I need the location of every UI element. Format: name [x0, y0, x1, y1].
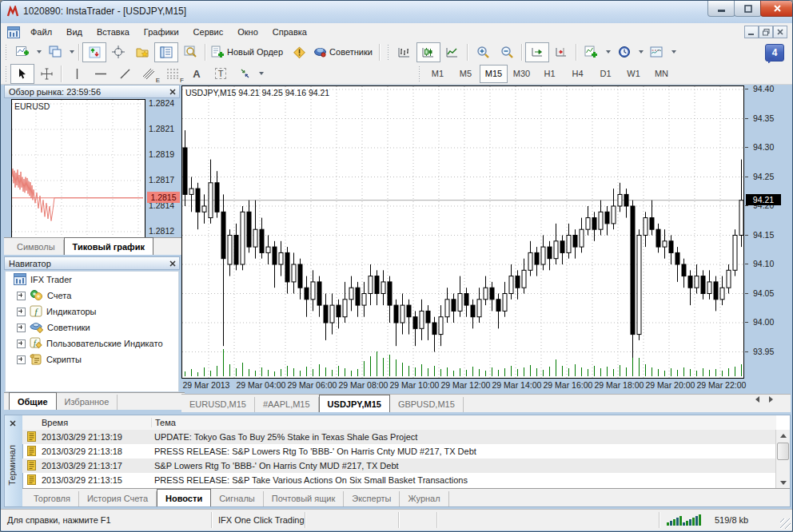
column-subject[interactable]: Тема [152, 418, 176, 427]
market-watch-tab[interactable]: Символы [9, 240, 64, 255]
tree-expander-icon[interactable] [17, 292, 26, 300]
cursor-tool-button[interactable] [10, 64, 34, 84]
terminal-tab-торговля[interactable]: Торговля [26, 491, 79, 506]
period-button-mn[interactable]: MN [648, 65, 675, 83]
terminal-tab-журнал[interactable]: Журнал [400, 491, 448, 506]
tree-expander-icon[interactable] [17, 308, 26, 316]
news-row[interactable]: 2013/03/29 21:13:17S&P Lowers Rtg To 'BB… [22, 459, 776, 473]
periods-clock-button[interactable] [612, 42, 636, 62]
navigator-tab[interactable]: Общие [9, 392, 57, 410]
news-row[interactable]: 2013/03/29 21:13:18PRESS RELEASE: S&P Lo… [22, 444, 776, 459]
menu-item-insert[interactable]: Вставка [90, 23, 137, 41]
menu-item-help[interactable]: Справка [265, 23, 314, 41]
mdi-restore-button[interactable] [759, 26, 773, 38]
scroll-up-icon[interactable] [777, 430, 789, 442]
tree-expander-icon[interactable] [17, 324, 26, 332]
auto-scroll-button[interactable] [525, 42, 549, 62]
chart-tab-usdjpym15[interactable]: USDJPY,M15 [319, 395, 390, 412]
toolbar-grip[interactable] [5, 66, 7, 81]
one-click-trading-label[interactable]: IFX One Click Trading [218, 510, 305, 530]
horizontal-line-tool-button[interactable] [89, 64, 113, 84]
line-chart-button[interactable] [440, 42, 464, 62]
new-order-button[interactable]: Новый Ордер [209, 42, 287, 62]
period-button-d1[interactable]: D1 [592, 65, 620, 83]
profiles-button[interactable] [43, 42, 67, 62]
title-bar[interactable]: 1020890: InstaTrader - [USDJPY,M15] [1, 1, 792, 23]
period-button-m1[interactable]: M1 [424, 65, 452, 83]
close-button[interactable] [760, 1, 793, 17]
new-chart-dropdown[interactable] [34, 43, 43, 62]
toolbar-grip[interactable] [387, 44, 389, 60]
chart-shift-button[interactable] [549, 42, 573, 62]
news-row[interactable]: 2013/03/29 21:13:15PRESS RELEASE: S&P Ta… [22, 473, 776, 487]
text-tool-button[interactable]: A [185, 64, 209, 84]
market-watch-button[interactable] [130, 42, 154, 62]
chart-tab-eurusdm15[interactable]: EURUSD,M15 [181, 397, 255, 412]
period-button-h1[interactable]: H1 [536, 65, 564, 83]
menu-item-service[interactable]: Сервис [186, 23, 231, 41]
text-label-tool-button[interactable]: T [209, 64, 233, 84]
navigator-header[interactable]: Навигатор [4, 256, 180, 270]
chart-tab-aaplm15[interactable]: #AAPL,M15 [255, 397, 319, 412]
channel-tool-button[interactable]: E [137, 64, 161, 84]
terminal-tab-эксперты[interactable]: Эксперты [344, 491, 400, 506]
menu-item-window[interactable]: Окно [230, 23, 265, 41]
warning-icon-button[interactable] [287, 42, 311, 62]
market-watch-header[interactable]: Обзор рынка: 23:59:56 [4, 85, 180, 98]
arrows-dropdown[interactable] [257, 65, 265, 83]
templates-dropdown[interactable] [669, 43, 678, 62]
terminal-tab-новости[interactable]: Новости [157, 489, 211, 506]
toolbar-grip[interactable] [418, 66, 420, 81]
market-watch-close-icon[interactable] [167, 86, 177, 97]
advisors-button[interactable]: Советники [311, 42, 377, 62]
tree-expander-icon[interactable] [17, 355, 26, 364]
tabs-scroll-left-icon[interactable] [755, 396, 759, 403]
period-button-m30[interactable]: M30 [508, 65, 536, 83]
zoom-in-button[interactable] [471, 42, 495, 62]
terminal-button[interactable] [178, 42, 202, 62]
navigator-item-experts[interactable]: Советники [6, 320, 178, 335]
news-row[interactable]: 2013/03/29 21:13:19UPDATE: Tokyo Gas To … [22, 430, 776, 444]
chart-tab-gbpusdm15[interactable]: GBPUSD,M15 [390, 397, 464, 412]
menu-item-charts[interactable]: Графики [137, 23, 186, 41]
period-button-h4[interactable]: H4 [564, 65, 592, 83]
tabs-scroll-right-icon[interactable] [769, 396, 773, 403]
indicators-dropdown[interactable] [604, 43, 612, 62]
chart-price-axis[interactable]: 94.4094.3594.3094.2594.2094.1594.1094.05… [745, 85, 791, 379]
maximize-button[interactable] [734, 1, 762, 17]
news-scrollbar[interactable] [775, 430, 790, 489]
terminal-tab-история-счета[interactable]: История Счета [79, 491, 157, 506]
tick-chart[interactable]: EURUSD [11, 99, 145, 239]
profiles-dropdown[interactable] [67, 43, 76, 62]
period-button-w1[interactable]: W1 [620, 65, 648, 83]
terminal-tab-сигналы[interactable]: Сигналы [211, 491, 264, 506]
chart-time-axis[interactable]: 29 Mar 201329 Mar 04:0029 Mar 06:0029 Ma… [181, 379, 789, 392]
scroll-down-icon[interactable] [777, 477, 789, 489]
navigator-tab[interactable]: Избранное [57, 395, 118, 410]
tick-chart-toggle-button[interactable] [82, 42, 106, 62]
navigator-button[interactable] [154, 42, 178, 62]
notification-badge[interactable]: 4 [765, 44, 784, 62]
tree-expander-icon[interactable] [17, 339, 26, 348]
column-time[interactable]: Время [22, 418, 152, 427]
indicators-button[interactable] [580, 42, 604, 62]
candlestick-chart-button[interactable] [416, 42, 440, 62]
minimize-button[interactable] [707, 1, 735, 17]
market-watch-tab[interactable]: Тиковый график [64, 237, 153, 255]
navigator-item-custom-indicators[interactable]: fПользовательские Индикато [6, 335, 178, 351]
templates-button[interactable] [645, 42, 669, 62]
menu-item-file[interactable]: Файл [23, 23, 59, 41]
crosshair-tool-button[interactable] [34, 64, 58, 84]
navigator-item-platform[interactable]: IFX Trader [6, 272, 178, 288]
fibonacci-tool-button[interactable]: F [161, 64, 185, 84]
navigator-item-indicators[interactable]: fИндикаторы [6, 304, 178, 320]
toolbar-grip[interactable] [5, 44, 7, 60]
navigator-item-accounts[interactable]: Счета [6, 288, 178, 304]
resize-grip[interactable] [780, 518, 791, 529]
menu-item-view[interactable]: Вид [59, 23, 90, 41]
period-button-m5[interactable]: M5 [452, 65, 480, 83]
scrollbar-thumb[interactable] [777, 443, 789, 460]
navigator-close-icon[interactable] [167, 258, 177, 268]
mdi-close-button[interactable] [773, 26, 787, 38]
crosshair-button[interactable] [106, 42, 130, 62]
